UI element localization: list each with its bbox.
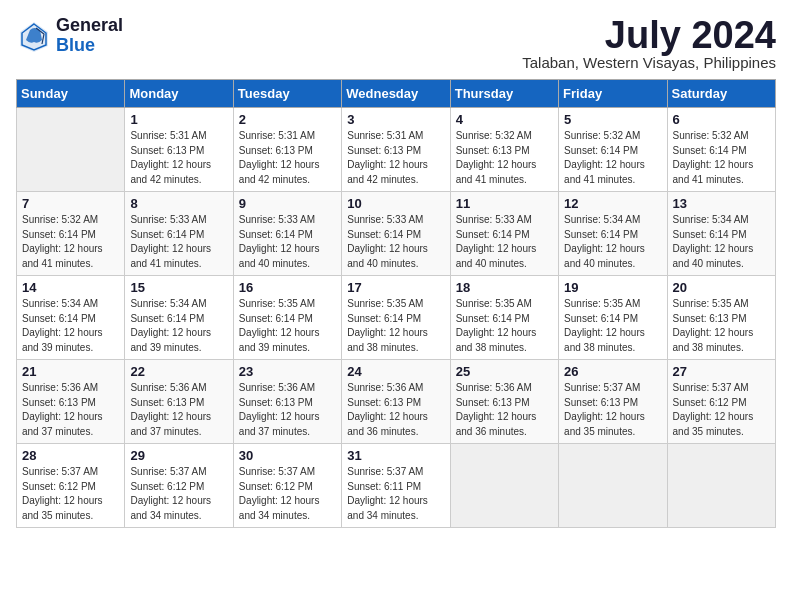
calendar-day: 28Sunrise: 5:37 AM Sunset: 6:12 PM Dayli…: [17, 444, 125, 528]
day-info: Sunrise: 5:32 AM Sunset: 6:14 PM Dayligh…: [564, 129, 661, 187]
calendar-day: 3Sunrise: 5:31 AM Sunset: 6:13 PM Daylig…: [342, 108, 450, 192]
month-year-title: July 2024: [522, 16, 776, 54]
day-number: 14: [22, 280, 119, 295]
day-info: Sunrise: 5:37 AM Sunset: 6:12 PM Dayligh…: [239, 465, 336, 523]
day-number: 13: [673, 196, 770, 211]
calendar-day: 30Sunrise: 5:37 AM Sunset: 6:12 PM Dayli…: [233, 444, 341, 528]
calendar-day: 12Sunrise: 5:34 AM Sunset: 6:14 PM Dayli…: [559, 192, 667, 276]
day-number: 25: [456, 364, 553, 379]
calendar-day: 8Sunrise: 5:33 AM Sunset: 6:14 PM Daylig…: [125, 192, 233, 276]
calendar-day: 23Sunrise: 5:36 AM Sunset: 6:13 PM Dayli…: [233, 360, 341, 444]
day-info: Sunrise: 5:33 AM Sunset: 6:14 PM Dayligh…: [347, 213, 444, 271]
calendar-week-4: 21Sunrise: 5:36 AM Sunset: 6:13 PM Dayli…: [17, 360, 776, 444]
calendar-day: 22Sunrise: 5:36 AM Sunset: 6:13 PM Dayli…: [125, 360, 233, 444]
calendar-day: 18Sunrise: 5:35 AM Sunset: 6:14 PM Dayli…: [450, 276, 558, 360]
day-info: Sunrise: 5:36 AM Sunset: 6:13 PM Dayligh…: [22, 381, 119, 439]
page-header: General Blue July 2024 Talaban, Western …: [16, 16, 776, 71]
day-number: 20: [673, 280, 770, 295]
calendar-day: 7Sunrise: 5:32 AM Sunset: 6:14 PM Daylig…: [17, 192, 125, 276]
header-wednesday: Wednesday: [342, 80, 450, 108]
day-info: Sunrise: 5:31 AM Sunset: 6:13 PM Dayligh…: [347, 129, 444, 187]
day-info: Sunrise: 5:36 AM Sunset: 6:13 PM Dayligh…: [456, 381, 553, 439]
day-info: Sunrise: 5:37 AM Sunset: 6:11 PM Dayligh…: [347, 465, 444, 523]
day-number: 16: [239, 280, 336, 295]
calendar-day: 13Sunrise: 5:34 AM Sunset: 6:14 PM Dayli…: [667, 192, 775, 276]
day-info: Sunrise: 5:37 AM Sunset: 6:12 PM Dayligh…: [130, 465, 227, 523]
calendar-day: 4Sunrise: 5:32 AM Sunset: 6:13 PM Daylig…: [450, 108, 558, 192]
calendar-day: 17Sunrise: 5:35 AM Sunset: 6:14 PM Dayli…: [342, 276, 450, 360]
logo-text-blue: Blue: [56, 36, 123, 56]
calendar-day: [559, 444, 667, 528]
day-number: 4: [456, 112, 553, 127]
calendar-week-5: 28Sunrise: 5:37 AM Sunset: 6:12 PM Dayli…: [17, 444, 776, 528]
day-info: Sunrise: 5:34 AM Sunset: 6:14 PM Dayligh…: [130, 297, 227, 355]
day-info: Sunrise: 5:34 AM Sunset: 6:14 PM Dayligh…: [22, 297, 119, 355]
calendar-day: [667, 444, 775, 528]
day-number: 10: [347, 196, 444, 211]
day-info: Sunrise: 5:31 AM Sunset: 6:13 PM Dayligh…: [130, 129, 227, 187]
calendar-day: 29Sunrise: 5:37 AM Sunset: 6:12 PM Dayli…: [125, 444, 233, 528]
day-info: Sunrise: 5:32 AM Sunset: 6:14 PM Dayligh…: [673, 129, 770, 187]
day-info: Sunrise: 5:35 AM Sunset: 6:14 PM Dayligh…: [239, 297, 336, 355]
day-number: 12: [564, 196, 661, 211]
calendar-day: 5Sunrise: 5:32 AM Sunset: 6:14 PM Daylig…: [559, 108, 667, 192]
day-number: 26: [564, 364, 661, 379]
day-number: 21: [22, 364, 119, 379]
calendar-day: 25Sunrise: 5:36 AM Sunset: 6:13 PM Dayli…: [450, 360, 558, 444]
header-friday: Friday: [559, 80, 667, 108]
day-number: 7: [22, 196, 119, 211]
day-number: 2: [239, 112, 336, 127]
day-info: Sunrise: 5:35 AM Sunset: 6:14 PM Dayligh…: [564, 297, 661, 355]
day-number: 31: [347, 448, 444, 463]
day-info: Sunrise: 5:37 AM Sunset: 6:13 PM Dayligh…: [564, 381, 661, 439]
day-number: 5: [564, 112, 661, 127]
day-info: Sunrise: 5:33 AM Sunset: 6:14 PM Dayligh…: [456, 213, 553, 271]
day-info: Sunrise: 5:34 AM Sunset: 6:14 PM Dayligh…: [564, 213, 661, 271]
day-number: 29: [130, 448, 227, 463]
header-monday: Monday: [125, 80, 233, 108]
day-number: 19: [564, 280, 661, 295]
day-info: Sunrise: 5:33 AM Sunset: 6:14 PM Dayligh…: [130, 213, 227, 271]
header-saturday: Saturday: [667, 80, 775, 108]
calendar-day: [17, 108, 125, 192]
day-number: 11: [456, 196, 553, 211]
day-number: 18: [456, 280, 553, 295]
day-number: 3: [347, 112, 444, 127]
day-info: Sunrise: 5:37 AM Sunset: 6:12 PM Dayligh…: [673, 381, 770, 439]
day-number: 6: [673, 112, 770, 127]
day-number: 15: [130, 280, 227, 295]
calendar-day: [450, 444, 558, 528]
header-thursday: Thursday: [450, 80, 558, 108]
calendar-day: 16Sunrise: 5:35 AM Sunset: 6:14 PM Dayli…: [233, 276, 341, 360]
calendar-day: 21Sunrise: 5:36 AM Sunset: 6:13 PM Dayli…: [17, 360, 125, 444]
calendar-day: 15Sunrise: 5:34 AM Sunset: 6:14 PM Dayli…: [125, 276, 233, 360]
day-info: Sunrise: 5:32 AM Sunset: 6:13 PM Dayligh…: [456, 129, 553, 187]
day-info: Sunrise: 5:33 AM Sunset: 6:14 PM Dayligh…: [239, 213, 336, 271]
day-number: 9: [239, 196, 336, 211]
day-number: 28: [22, 448, 119, 463]
calendar-week-1: 1Sunrise: 5:31 AM Sunset: 6:13 PM Daylig…: [17, 108, 776, 192]
calendar-day: 9Sunrise: 5:33 AM Sunset: 6:14 PM Daylig…: [233, 192, 341, 276]
day-number: 23: [239, 364, 336, 379]
calendar-day: 1Sunrise: 5:31 AM Sunset: 6:13 PM Daylig…: [125, 108, 233, 192]
logo-text-general: General: [56, 16, 123, 36]
day-number: 8: [130, 196, 227, 211]
calendar-day: 10Sunrise: 5:33 AM Sunset: 6:14 PM Dayli…: [342, 192, 450, 276]
day-info: Sunrise: 5:35 AM Sunset: 6:14 PM Dayligh…: [456, 297, 553, 355]
logo-icon: [16, 18, 52, 54]
day-info: Sunrise: 5:32 AM Sunset: 6:14 PM Dayligh…: [22, 213, 119, 271]
calendar-day: 20Sunrise: 5:35 AM Sunset: 6:13 PM Dayli…: [667, 276, 775, 360]
calendar-day: 27Sunrise: 5:37 AM Sunset: 6:12 PM Dayli…: [667, 360, 775, 444]
location-text: Talaban, Western Visayas, Philippines: [522, 54, 776, 71]
day-info: Sunrise: 5:31 AM Sunset: 6:13 PM Dayligh…: [239, 129, 336, 187]
day-info: Sunrise: 5:35 AM Sunset: 6:14 PM Dayligh…: [347, 297, 444, 355]
calendar-table: SundayMondayTuesdayWednesdayThursdayFrid…: [16, 79, 776, 528]
day-info: Sunrise: 5:34 AM Sunset: 6:14 PM Dayligh…: [673, 213, 770, 271]
day-info: Sunrise: 5:37 AM Sunset: 6:12 PM Dayligh…: [22, 465, 119, 523]
calendar-day: 11Sunrise: 5:33 AM Sunset: 6:14 PM Dayli…: [450, 192, 558, 276]
calendar-day: 24Sunrise: 5:36 AM Sunset: 6:13 PM Dayli…: [342, 360, 450, 444]
calendar-week-3: 14Sunrise: 5:34 AM Sunset: 6:14 PM Dayli…: [17, 276, 776, 360]
day-info: Sunrise: 5:36 AM Sunset: 6:13 PM Dayligh…: [239, 381, 336, 439]
calendar-day: 6Sunrise: 5:32 AM Sunset: 6:14 PM Daylig…: [667, 108, 775, 192]
header-sunday: Sunday: [17, 80, 125, 108]
